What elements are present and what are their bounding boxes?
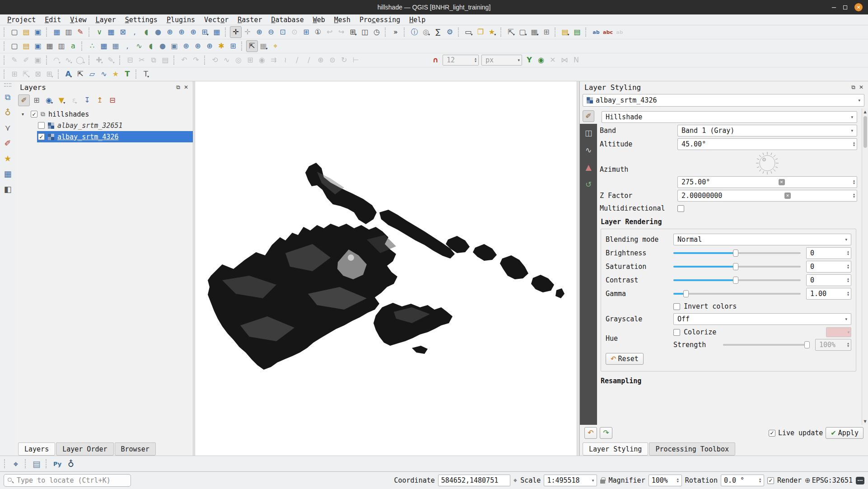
reset-button[interactable]: ↶ Reset xyxy=(606,353,644,365)
add-virtual-layer-caret[interactable]: ▾ xyxy=(207,33,209,38)
dock-raster[interactable]: ▦ xyxy=(2,168,14,180)
create-annotation-layer-caret[interactable]: ▾ xyxy=(70,75,72,80)
zfactor-input[interactable]: 2.00000000 ✕ ▴▾ xyxy=(677,190,857,202)
close-button[interactable]: ✕ xyxy=(854,3,863,11)
saturation-slider[interactable] xyxy=(673,261,801,273)
layer-visibility-checkbox[interactable] xyxy=(38,122,45,129)
zoom-out[interactable]: ⊖ xyxy=(265,26,277,38)
contrast-slider-handle[interactable] xyxy=(733,277,738,284)
dock-drag-handle[interactable] xyxy=(4,83,11,87)
saturation-slider-handle[interactable] xyxy=(733,263,738,270)
statistical-summary[interactable]: ∑ xyxy=(432,26,444,38)
tab-layer-order[interactable]: Layer Order xyxy=(56,442,113,456)
dock-styling[interactable]: ✐ xyxy=(2,137,14,149)
gamma-input[interactable]: 1.00▴▾ xyxy=(806,288,851,300)
contrast-arrows[interactable]: ▴▾ xyxy=(847,277,849,283)
contrast-slider[interactable] xyxy=(673,274,801,286)
menu-view[interactable]: View xyxy=(65,15,91,24)
add-wms-service[interactable]: ⊕ xyxy=(180,40,192,52)
run-feature-action-caret[interactable]: ▾ xyxy=(428,33,430,38)
save-project[interactable]: ▣ xyxy=(32,26,44,38)
saturation-input[interactable]: 0▴▾ xyxy=(806,261,851,273)
dock-bookmarks[interactable]: ★ xyxy=(2,153,14,165)
avoid-overlap[interactable]: ◉ xyxy=(535,54,547,66)
remove-layer[interactable]: ⊟ xyxy=(107,94,118,106)
new-3d-map-view[interactable]: ◫ xyxy=(359,26,371,38)
add-vector-layer[interactable]: ∨ xyxy=(93,26,105,38)
spinner-arrows[interactable]: ▴▾ xyxy=(853,179,855,185)
menu-raster[interactable]: Raster xyxy=(233,15,266,24)
add-raster-data[interactable]: ▦ xyxy=(98,40,110,52)
clear-value-icon[interactable]: ✕ xyxy=(779,179,785,185)
polygon-annotation[interactable]: ▱ xyxy=(86,68,98,80)
scrollbar-thumb[interactable] xyxy=(863,116,867,148)
azimuth-dial[interactable] xyxy=(755,151,779,175)
identify-features[interactable]: ⓘ xyxy=(409,26,420,38)
map-tips[interactable]: ❐ xyxy=(475,26,486,38)
open-attribute-table[interactable]: ▦▾ xyxy=(529,26,541,38)
add-gpx-data[interactable]: ∿ xyxy=(133,40,145,52)
panel-close-icon[interactable]: ✕ xyxy=(859,85,863,90)
select-annotation[interactable]: ⇱ xyxy=(75,68,86,80)
render-checkbox[interactable]: ✓ xyxy=(767,477,774,484)
select-tool[interactable]: ⇱ xyxy=(246,40,258,52)
band-select[interactable]: Band 1 (Gray) ▾ xyxy=(677,125,857,136)
python-console[interactable]: Py xyxy=(51,457,64,470)
tab-layer-styling[interactable]: Layer Styling xyxy=(583,442,648,456)
select-features[interactable]: ⇱▾ xyxy=(505,26,517,38)
globe-plugin[interactable]: ♁ xyxy=(64,457,78,470)
zoom-to-layer[interactable]: ⊞ xyxy=(300,26,312,38)
add-wcs-service[interactable]: ⊕ xyxy=(192,40,204,52)
select-features-caret[interactable]: ▾ xyxy=(513,33,515,38)
new-spatial-bookmark-caret[interactable]: ▾ xyxy=(494,33,496,38)
new-geopackage-layer[interactable]: ▤ xyxy=(571,26,583,38)
manage-map-themes[interactable]: ◉▾ xyxy=(43,94,55,106)
spinner-arrows[interactable]: ▴▾ xyxy=(853,193,855,198)
add-spatialite-layer[interactable]: ◖ xyxy=(140,26,152,38)
style-undo-button[interactable]: ↶ xyxy=(584,427,597,439)
minimize-button[interactable]: – xyxy=(832,5,836,9)
locate-input[interactable] xyxy=(4,474,131,487)
toolbar-overflow[interactable]: » xyxy=(390,26,401,38)
contrast-input[interactable]: 0▴▾ xyxy=(806,274,851,286)
new-spatial-bookmark[interactable]: ★▾ xyxy=(486,26,498,38)
add-raster-layer[interactable]: ▦ xyxy=(105,26,117,38)
run-feature-action[interactable]: ◎▾ xyxy=(420,26,432,38)
layer-row-content[interactable]: ✓⧉hillshades xyxy=(30,108,193,120)
modify-attributes-caret[interactable]: ▾ xyxy=(113,61,115,66)
brightness-input[interactable]: 0▴▾ xyxy=(806,247,851,259)
add-point-layer[interactable]: ∴ xyxy=(86,40,98,52)
open-attribute-table-caret[interactable]: ▾ xyxy=(537,33,539,38)
add-wfs-layer[interactable]: ⊕ xyxy=(187,26,199,38)
vertex-tool-caret[interactable]: ▾ xyxy=(101,61,103,66)
styled-layer-select[interactable]: albay_srtm_4326 ▾ xyxy=(583,94,864,107)
style-manager[interactable]: ✎ xyxy=(75,26,86,38)
invert-colors-checkbox[interactable] xyxy=(673,303,680,310)
style-shortcut[interactable]: a xyxy=(67,40,79,52)
map-canvas[interactable] xyxy=(195,81,577,456)
gamma-arrows[interactable]: ▴▾ xyxy=(847,291,849,296)
add-delimited-data[interactable]: , xyxy=(121,40,133,52)
grayscale-select[interactable]: Off ▾ xyxy=(673,313,851,325)
menu-help[interactable]: Help xyxy=(405,15,430,24)
add-postgis-data[interactable]: ● xyxy=(157,40,168,52)
azimuth-input[interactable]: 275.00° ✕ ▴▾ xyxy=(677,176,857,188)
coordinate-input[interactable]: 584652,1480751 xyxy=(438,475,510,486)
stream-digitize-caret[interactable]: ▾ xyxy=(70,61,72,66)
extent-toggle-icon[interactable]: ⌖ xyxy=(513,476,517,484)
layer-item-albay_srtm_32651[interactable]: albay_srtm_32651 xyxy=(15,120,193,131)
layout-settings[interactable]: ▦ xyxy=(44,40,56,52)
open-folder[interactable]: ▤ xyxy=(20,40,32,52)
zoom-full[interactable]: ⊡ xyxy=(277,26,289,38)
brightness-slider-handle[interactable] xyxy=(733,249,738,257)
maximize-button[interactable] xyxy=(843,5,847,9)
text-annotation[interactable]: T xyxy=(121,68,133,80)
pyramids-tab[interactable]: ▲ xyxy=(582,161,595,174)
add-table[interactable]: ▦ xyxy=(110,40,121,52)
scroll-up-icon[interactable]: ▲ xyxy=(863,108,866,115)
brightness-slider[interactable] xyxy=(673,247,801,259)
crs-indicator[interactable]: EPSG:32651 xyxy=(812,476,853,484)
scroll-down-icon[interactable]: ▼ xyxy=(863,418,866,425)
add-group[interactable]: ⊞ xyxy=(31,94,42,106)
dock-layers[interactable]: ⧉ xyxy=(2,91,14,103)
